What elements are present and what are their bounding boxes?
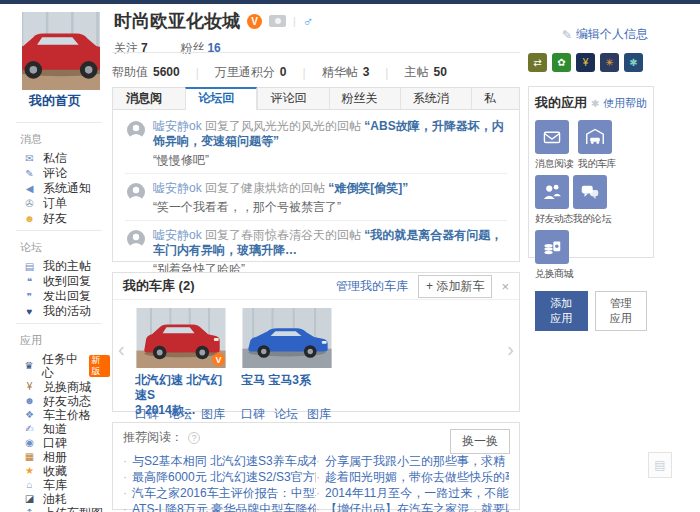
article-link[interactable]: ·ATS-L降8万元 豪华品牌中型车降价排行 <box>123 501 316 512</box>
sidebar-item-orders[interactable]: ✇订单 <box>0 196 110 211</box>
heart-icon: ♥ <box>22 304 37 319</box>
chat-icon: ❝ <box>22 274 37 289</box>
medal-icon[interactable]: ✱ <box>624 53 643 72</box>
tab-comment-replies[interactable]: 评论回复 <box>257 88 328 109</box>
sidebar-item-system-notice[interactable]: ◀系统通知 <box>0 181 110 196</box>
reply-user[interactable]: 嘘安静ok <box>153 181 202 195</box>
help-icon[interactable]: ? <box>188 432 200 444</box>
gear-icon[interactable]: ✱ <box>591 98 603 109</box>
close-icon[interactable]: × <box>501 279 509 294</box>
divider: | <box>293 15 296 27</box>
feedback-button[interactable]: ▤ <box>648 452 672 478</box>
app-my-garage[interactable]: 我的车库 <box>578 120 616 171</box>
crown-icon: ♛ <box>22 359 36 373</box>
article-link[interactable]: ·趁着阳光明媚，带你去做些快乐的事情，矿… <box>316 469 509 485</box>
reply-user[interactable]: 嘘安静ok <box>153 119 202 133</box>
article-link[interactable]: ·分享属于我跟小三的那些事，求精！ <box>316 453 509 469</box>
carousel-prev-icon[interactable]: ‹ <box>118 338 125 361</box>
koubei-link[interactable]: 口碑 <box>135 406 159 423</box>
pencil-icon: ✎ <box>562 28 572 42</box>
forum-link[interactable]: 论坛 <box>168 406 192 423</box>
camera-icon[interactable] <box>269 15 286 27</box>
garage-icon: ⌂ <box>22 478 37 492</box>
divider <box>16 323 102 324</box>
sidebar-item-label: 车主价格 <box>43 408 91 422</box>
article-link[interactable]: ·【增仔出品】在汽车之家混，就要以车会友… <box>316 501 509 512</box>
sidebar-item-favorites[interactable]: ★收藏 <box>0 464 110 478</box>
app-exchange-mall[interactable]: 兑换商城 <box>535 230 573 281</box>
article-link[interactable]: ·最高降6000元 北汽幻速S2/S3官方降价 <box>123 469 316 485</box>
sidebar-item-received-replies[interactable]: ❝收到回复 <box>0 274 110 289</box>
medal-icon[interactable]: ✳ <box>600 53 619 72</box>
carousel-next-icon[interactable]: › <box>507 338 514 361</box>
sidebar-item-photo-album[interactable]: ▦相册 <box>0 450 110 464</box>
manage-apps-button[interactable]: 管理应用 <box>595 291 648 331</box>
edit-profile-link[interactable]: ✎ 编辑个人信息 <box>562 26 648 43</box>
koubei-link[interactable]: 口碑 <box>241 406 265 423</box>
app-message-reading[interactable]: 消息阅读 <box>535 120 573 171</box>
sidebar-item-friends[interactable]: ☻好友 <box>0 211 110 226</box>
sidebar-item-zhidao[interactable]: ✍知道 <box>0 422 110 436</box>
article-link[interactable]: ·与S2基本相同 北汽幻速S3养车成本解析 <box>123 453 316 469</box>
sidebar-item-comments[interactable]: ✎评论 <box>0 166 110 181</box>
sidebar-item-home[interactable]: 我的首页 <box>0 90 110 118</box>
star-icon: ★ <box>22 464 37 478</box>
tab-title-message-reading[interactable]: 消息阅读 <box>113 88 185 109</box>
avatar[interactable] <box>22 12 100 90</box>
sidebar-item-koubei[interactable]: ◉口碑 <box>0 436 110 450</box>
mail-icon <box>541 126 563 148</box>
car-name[interactable]: 北汽幻速 北汽幻速S3 2014款… <box>135 373 227 403</box>
tab-system-messages[interactable]: 系统消息 <box>400 88 471 109</box>
avatar[interactable] <box>127 121 145 142</box>
gallery-link[interactable]: 图库 <box>307 406 331 423</box>
sidebar-item-exchange-mall[interactable]: ¥兑换商城 <box>0 380 110 394</box>
forum-link[interactable]: 论坛 <box>274 406 298 423</box>
section-label-messages: 消息 <box>0 129 110 151</box>
tab-private-messages[interactable]: 私信 <box>471 88 519 109</box>
sidebar-item-private-message[interactable]: ✉私信 <box>0 151 110 166</box>
app-my-forum[interactable]: 我的论坛 <box>573 175 611 226</box>
sidebar-item-friend-feed[interactable]: ☻好友动态 <box>0 394 110 408</box>
people-icon: ☻ <box>22 394 37 408</box>
chat-icon: ❞ <box>22 289 37 304</box>
reply-action: 回复了健康烘焙的回帖 <box>202 181 329 195</box>
medal-icon[interactable]: ✿ <box>552 53 571 72</box>
medal-icon[interactable]: ⇄ <box>528 53 547 72</box>
refresh-button[interactable]: 换一换 <box>450 429 510 454</box>
sidebar-item-fuel[interactable]: ◪油耗 <box>0 492 110 506</box>
document-icon: ▤ <box>22 259 37 274</box>
avatar[interactable] <box>127 230 145 251</box>
car-name[interactable]: 宝马 宝马3系 <box>241 373 333 403</box>
tab-forum-replies[interactable]: 论坛回复 <box>185 87 257 111</box>
add-app-button[interactable]: 添加应用 <box>535 291 588 331</box>
sidebar-item-upload-car-photos[interactable]: ↥上传车型图 <box>0 506 110 512</box>
manage-garage-link[interactable]: 管理我的车库 <box>336 278 408 295</box>
sidebar-item-owner-price[interactable]: ❖车主价格 <box>0 408 110 422</box>
reply-post-title[interactable]: “难倒笑[偷笑]” <box>328 181 408 195</box>
blue-sedan-image <box>241 308 333 368</box>
medal-icon[interactable]: ¥ <box>576 53 595 72</box>
cart-icon: ✇ <box>22 196 37 211</box>
sidebar-item-label: 发出回复 <box>43 289 91 304</box>
male-gender-icon: ♂ <box>303 13 314 29</box>
stat-value: 50 <box>433 65 446 79</box>
sidebar-item-garage[interactable]: ⌂车库 <box>0 478 110 492</box>
help-link[interactable]: 使用帮助 <box>603 96 647 111</box>
sidebar-item-my-activity[interactable]: ♥我的活动 <box>0 304 110 319</box>
reply-content: “笑一个我看看，，那个号被禁言了” <box>153 200 507 214</box>
add-new-car-button[interactable]: + 添加新车 <box>418 275 492 298</box>
price-tag-icon: ❖ <box>22 408 37 422</box>
article-link[interactable]: ·2014年11月至今，一路过来，不能叫改装，… <box>316 485 509 501</box>
reply-user[interactable]: 嘘安静ok <box>153 228 202 242</box>
app-friend-feed[interactable]: 好友动态 <box>535 175 573 226</box>
sidebar-item-task-center[interactable]: ♛任务中心新版 <box>0 352 110 380</box>
page-title-username: 时尚欧亚化妆城 <box>114 9 240 33</box>
sidebar-item-sent-replies[interactable]: ❞发出回复 <box>0 289 110 304</box>
article-link[interactable]: ·汽车之家2016车主评价报告：中型车篇 <box>123 485 316 501</box>
sidebar-item-my-posts[interactable]: ▤我的主帖 <box>0 259 110 274</box>
garage-title: 我的车库 (2) <box>123 277 336 295</box>
avatar[interactable] <box>127 183 145 204</box>
tab-fans-follow[interactable]: 粉丝关注 <box>329 88 400 109</box>
gallery-link[interactable]: 图库 <box>201 406 225 423</box>
speaker-icon: ◀ <box>22 181 37 196</box>
